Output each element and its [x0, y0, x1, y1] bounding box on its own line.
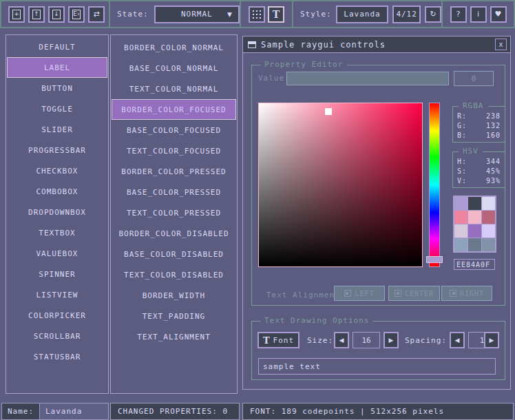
size-value-box[interactable]: 16 [353, 332, 380, 348]
hex-color-input[interactable]: EE84A0F [454, 259, 495, 270]
hue-bar[interactable] [429, 103, 440, 267]
property-item[interactable]: TEXT_COLOR_FOCUSED [112, 140, 236, 161]
control-item[interactable]: TOGGLE [7, 98, 107, 119]
property-item[interactable]: BORDER_COLOR_DISABLED [112, 223, 236, 244]
color-swatch[interactable] [454, 197, 467, 210]
color-swatch[interactable] [468, 211, 481, 224]
control-item[interactable]: STATUSBAR [7, 346, 107, 367]
save-file-button[interactable]: ↓ [48, 6, 65, 23]
property-item[interactable]: BORDER_WIDTH [112, 285, 236, 306]
help-button[interactable]: ? [450, 6, 467, 23]
shuffle-icon: ⇄ [93, 10, 99, 19]
size-label: Size: [307, 332, 333, 348]
color-swatch[interactable] [468, 197, 481, 210]
controls-listview: DEFAULT LABEL BUTTON TOGGLE SLIDER PROGR… [6, 34, 109, 394]
color-swatch[interactable] [468, 238, 481, 251]
sv-gradient[interactable] [258, 103, 423, 267]
control-item[interactable]: PROGRESSBAR [7, 140, 107, 160]
color-swatch[interactable] [454, 211, 467, 224]
control-item[interactable]: CHECKBOX [7, 160, 107, 181]
state-dropdown[interactable]: NORMAL ▼ [154, 6, 240, 23]
value-box[interactable]: 0 [454, 71, 494, 86]
changed-properties-text: CHANGED PROPERTIES: 0 [118, 407, 228, 416]
control-item[interactable]: DROPDOWNBOX [7, 202, 107, 222]
align-right-button[interactable]: RIGHT [441, 286, 492, 301]
hsv-title: HSV [459, 147, 483, 156]
text-options-group: Text Drawing Options T Font Size: ◀ 16 ▶… [251, 321, 505, 380]
window-titlebar[interactable]: Sample raygui controls x [243, 36, 510, 53]
hue-slider-handle[interactable] [426, 256, 443, 263]
toolbar-file-section: + ↑ ↓ E› ⇄ [1, 1, 110, 27]
property-item[interactable]: BASE_COLOR_FOCUSED [112, 120, 236, 140]
color-swatch[interactable] [454, 238, 467, 251]
new-file-button[interactable]: + [8, 6, 25, 23]
align-left-icon [344, 290, 351, 297]
close-button[interactable]: x [495, 39, 507, 50]
color-swatch[interactable] [482, 211, 495, 224]
reload-style-button[interactable]: ↻ [425, 6, 441, 23]
size-value: 16 [361, 336, 370, 345]
value-box-text: 0 [472, 74, 476, 83]
align-left-button[interactable]: LEFT [334, 286, 385, 301]
style-counter-value: 4/12 [396, 10, 417, 19]
color-swatch[interactable] [482, 197, 495, 210]
color-swatch[interactable] [482, 224, 495, 238]
property-item[interactable]: TEXT_COLOR_DISABLED [112, 264, 236, 285]
property-item[interactable]: TEXT_ALIGNMENT [112, 326, 236, 347]
control-item[interactable]: DEFAULT [7, 36, 107, 57]
open-file-button[interactable]: ↑ [28, 6, 45, 23]
control-item[interactable]: COMBOBOX [7, 181, 107, 202]
control-item[interactable]: VALUEBOX [7, 243, 107, 264]
arrow-left-icon: ◀ [339, 337, 344, 344]
toolbar-view-section: T [241, 1, 293, 27]
control-item[interactable]: BUTTON [7, 78, 107, 98]
align-center-button[interactable]: CENTER [388, 286, 440, 301]
spacing-decrease-button[interactable]: ◀ [450, 332, 465, 348]
h-label: H: [457, 158, 467, 165]
property-item[interactable]: BASE_COLOR_NORMAL [112, 58, 236, 78]
color-swatch[interactable] [454, 224, 467, 238]
control-item[interactable]: SPINNER [7, 264, 107, 284]
property-item[interactable]: BORDER_COLOR_PRESSED [112, 161, 236, 182]
control-item[interactable]: COLORPICKER [7, 305, 107, 326]
control-item[interactable]: SCROLLBAR [7, 326, 107, 346]
font-button[interactable]: T Font [258, 332, 299, 348]
spacing-increase-button[interactable]: ▶ [484, 332, 499, 348]
property-item[interactable]: BORDER_COLOR_NORMAL [112, 37, 236, 58]
arrow-left-icon: ◀ [455, 337, 460, 344]
style-name-box[interactable]: Lavanda [336, 6, 389, 23]
random-style-button[interactable]: ⇄ [88, 6, 105, 23]
property-item-selected[interactable]: BORDER_COLOR_FOCUSED [112, 99, 236, 120]
property-editor-group: Property Editor Value: 0 RGBA R:238 G:13… [251, 65, 505, 306]
property-item[interactable]: BASE_COLOR_PRESSED [112, 182, 236, 202]
grid-mode-button[interactable] [249, 6, 265, 23]
control-item[interactable]: LISTVIEW [7, 284, 107, 305]
size-increase-button[interactable]: ▶ [383, 332, 399, 348]
control-item-selected[interactable]: LABEL [7, 57, 107, 78]
rgba-group: RGBA R:238 G:132 B:160 [452, 106, 505, 143]
spacing-label: Spacing: [405, 332, 447, 348]
size-decrease-button[interactable]: ◀ [334, 332, 349, 348]
property-item[interactable]: TEXT_COLOR_PRESSED [112, 202, 236, 223]
style-name-input[interactable]: Lavanda [39, 403, 109, 420]
control-item[interactable]: TEXTBOX [7, 222, 107, 243]
sv-cursor[interactable] [325, 108, 332, 115]
value-slider[interactable] [286, 72, 449, 85]
color-swatch[interactable] [482, 238, 495, 251]
window-icon [248, 41, 256, 48]
font-info-text: FONT: 189 codepoints | 512x256 pixels [250, 407, 444, 416]
heart-icon: ♥ [495, 10, 502, 19]
property-item[interactable]: TEXT_PADDING [112, 306, 236, 326]
export-file-button[interactable]: E› [68, 6, 85, 23]
sample-text-input[interactable]: sample text [258, 358, 496, 375]
property-item[interactable]: TEXT_COLOR_NORMAL [112, 78, 236, 99]
s-label: S: [457, 167, 467, 175]
property-item[interactable]: BASE_COLOR_DISABLED [112, 244, 236, 264]
about-button[interactable]: i [470, 6, 487, 23]
text-mode-button[interactable]: T [268, 6, 284, 23]
align-right-label: RIGHT [460, 290, 484, 297]
close-icon: x [498, 41, 503, 48]
color-swatch[interactable] [468, 224, 481, 238]
control-item[interactable]: SLIDER [7, 119, 107, 140]
sponsor-button[interactable]: ♥ [490, 6, 507, 23]
